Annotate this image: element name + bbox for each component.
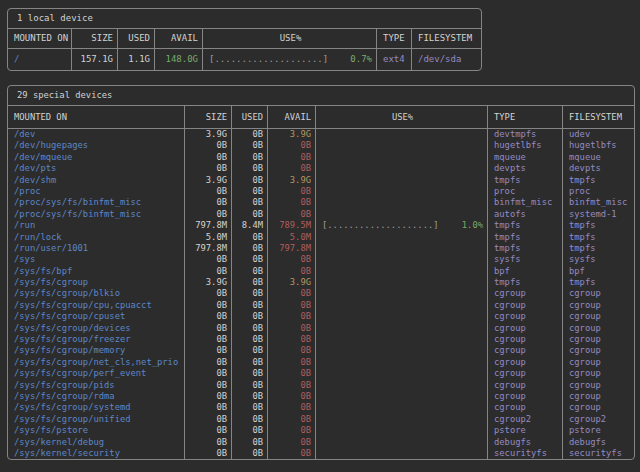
filesystem-cell: cgroup	[562, 300, 634, 311]
usage-cell	[315, 323, 487, 334]
type-cell: cgroup2	[487, 414, 562, 425]
filesystem-cell: cgroup	[562, 380, 634, 391]
table-header-row: MOUNTED ONSIZEUSEDAVAILUSE%TYPEFILESYSTE…	[8, 106, 634, 129]
filesystem-cell: pstore	[562, 425, 634, 436]
mount-point-cell: /sys/fs/cgroup/freezer	[8, 334, 184, 345]
table-title: 1 local device	[8, 9, 481, 29]
used-cell: 0B	[231, 197, 267, 208]
mount-point-cell: /sys/fs/cgroup/memory	[8, 345, 184, 356]
usage-bar: [....................]	[322, 220, 439, 231]
usage-cell	[315, 277, 487, 288]
usage-cell	[315, 368, 487, 379]
size-cell: 0B	[184, 437, 231, 448]
type-cell: cgroup	[487, 345, 562, 356]
type-cell: cgroup	[487, 334, 562, 345]
type-cell: hugetlbfs	[487, 140, 562, 151]
used-cell: 8.4M	[231, 220, 267, 231]
filesystem-cell: /dev/sda	[411, 49, 481, 70]
table-row: /sys/fs/cgroup3.9G0B3.9Gtmpfstmpfs	[8, 277, 634, 288]
usage-cell	[315, 175, 487, 186]
usage-cell	[315, 300, 487, 311]
table-row: /sys/fs/cgroup/devices0B0B0Bcgroupcgroup	[8, 323, 634, 334]
mount-point-cell: /sys	[8, 254, 184, 265]
mount-point-cell: /proc/sys/fs/binfmt_misc	[8, 209, 184, 220]
filesystem-cell: cgroup	[562, 345, 634, 356]
type-cell: cgroup	[487, 368, 562, 379]
column-header-avail: AVAIL	[154, 29, 202, 48]
usage-cell	[315, 345, 487, 356]
avail-cell: 0B	[267, 140, 315, 151]
filesystem-cell: cgroup	[562, 402, 634, 413]
avail-cell: 0B	[267, 209, 315, 220]
used-cell: 0B	[231, 357, 267, 368]
size-cell: 0B	[184, 209, 231, 220]
avail-cell: 3.9G	[267, 129, 315, 140]
size-cell: 0B	[184, 448, 231, 459]
avail-cell: 0B	[267, 391, 315, 402]
type-cell: mqueue	[487, 152, 562, 163]
table-row: /sys/fs/cgroup/systemd0B0B0Bcgroupcgroup	[8, 402, 634, 413]
used-cell: 0B	[231, 277, 267, 288]
type-cell: tmpfs	[487, 243, 562, 254]
table-title: 29 special devices	[8, 86, 634, 106]
usage-cell	[315, 140, 487, 151]
usage-cell	[315, 197, 487, 208]
mount-point-cell: /sys/fs/cgroup/systemd	[8, 402, 184, 413]
usage-bar: [....................]	[209, 49, 328, 70]
avail-cell: 0B	[267, 288, 315, 299]
type-cell: cgroup	[487, 402, 562, 413]
type-cell: cgroup	[487, 288, 562, 299]
used-cell: 0B	[231, 334, 267, 345]
used-cell: 0B	[231, 391, 267, 402]
avail-cell: 3.9G	[267, 277, 315, 288]
avail-cell: 0B	[267, 266, 315, 277]
column-header-filesystem: FILESYSTEM	[562, 106, 634, 128]
local-devices-table: 1 local device MOUNTED ONSIZEUSEDAVAILUS…	[7, 8, 482, 71]
table-row: /dev/mqueue0B0B0Bmqueuemqueue	[8, 152, 634, 163]
avail-cell: 5.0M	[267, 232, 315, 243]
mount-point-cell: /sys/fs/cgroup/blkio	[8, 288, 184, 299]
table-row: /dev/shm3.9G0B3.9Gtmpfstmpfs	[8, 175, 634, 186]
avail-cell: 0B	[267, 357, 315, 368]
size-cell: 0B	[184, 414, 231, 425]
usage-cell	[315, 288, 487, 299]
filesystem-cell: binfmt_misc	[562, 197, 634, 208]
size-cell: 157.1G	[71, 49, 117, 70]
table-row: /proc/sys/fs/binfmt_misc0B0B0Bautofssyst…	[8, 209, 634, 220]
mount-point-cell: /sys/fs/cgroup/cpuset	[8, 311, 184, 322]
table-row: /sys/fs/bpf0B0B0Bbpfbpf	[8, 266, 634, 277]
filesystem-cell: debugfs	[562, 437, 634, 448]
filesystem-cell: cgroup	[562, 311, 634, 322]
mount-point-cell: /sys/fs/cgroup	[8, 277, 184, 288]
mount-point-cell: /sys/fs/cgroup/net_cls,net_prio	[8, 357, 184, 368]
used-cell: 0B	[231, 300, 267, 311]
mount-point-cell: /sys/kernel/security	[8, 448, 184, 459]
table-row: /dev3.9G0B3.9Gdevtmpfsudev	[8, 129, 634, 140]
table-row: /sys0B0B0Bsysfssysfs	[8, 254, 634, 265]
table-row: /sys/kernel/security0B0B0Bsecurityfssecu…	[8, 448, 634, 459]
avail-cell: 0B	[267, 437, 315, 448]
size-cell: 3.9G	[184, 277, 231, 288]
used-cell: 0B	[231, 232, 267, 243]
avail-cell: 148.0G	[154, 49, 202, 70]
avail-cell: 0B	[267, 425, 315, 436]
usage-cell: [....................]1.0%	[315, 220, 487, 231]
mount-point-cell: /sys/kernel/debug	[8, 437, 184, 448]
table-row: /run/lock5.0M0B5.0Mtmpfstmpfs	[8, 232, 634, 243]
mount-point-cell: /dev/mqueue	[8, 152, 184, 163]
usage-cell	[315, 391, 487, 402]
filesystem-cell: cgroup	[562, 334, 634, 345]
usage-cell	[315, 380, 487, 391]
size-cell: 3.9G	[184, 129, 231, 140]
usage-cell	[315, 254, 487, 265]
size-cell: 0B	[184, 425, 231, 436]
table-row: /dev/hugepages0B0B0Bhugetlbfshugetlbfs	[8, 140, 634, 151]
table-row: /sys/fs/pstore0B0B0Bpstorepstore	[8, 425, 634, 436]
size-cell: 0B	[184, 288, 231, 299]
type-cell: tmpfs	[487, 232, 562, 243]
used-cell: 0B	[231, 140, 267, 151]
table-body: /dev3.9G0B3.9Gdevtmpfsudev/dev/hugepages…	[8, 129, 634, 459]
type-cell: cgroup	[487, 311, 562, 322]
filesystem-cell: systemd-1	[562, 209, 634, 220]
size-cell: 797.8M	[184, 243, 231, 254]
